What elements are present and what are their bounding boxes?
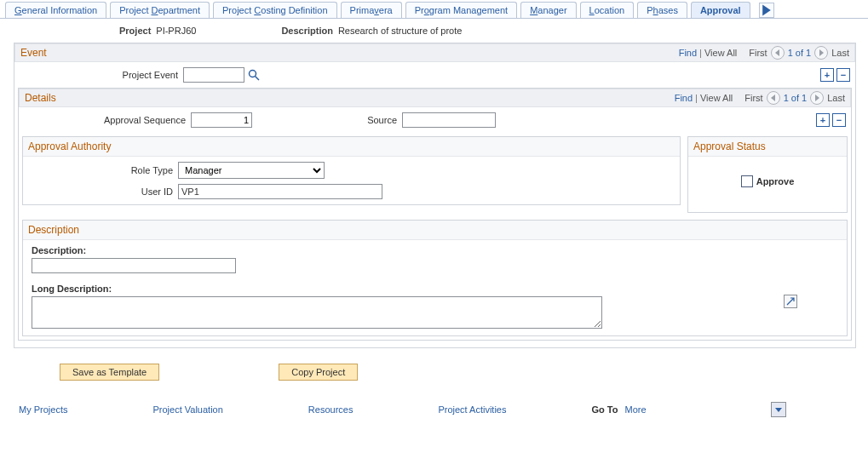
source-input[interactable]: [402, 112, 496, 128]
footer-link-my-projects[interactable]: My Projects: [19, 404, 67, 415]
goto-dropdown-icon[interactable]: [771, 402, 786, 417]
approval-sequence-label: Approval Sequence: [24, 115, 191, 125]
description-box: Description Description: Long Descriptio…: [22, 220, 848, 336]
approve-checkbox[interactable]: [741, 175, 753, 187]
tab-general-information[interactable]: General Information: [5, 2, 106, 18]
goto-value[interactable]: More: [624, 404, 646, 415]
user-id-input: [178, 184, 382, 199]
details-prev-icon[interactable]: [767, 91, 780, 105]
description-value: Research of structure of prote: [338, 26, 463, 36]
tab-project-costing-definition[interactable]: Project Costing Definition: [213, 2, 337, 18]
approve-label: Approve: [756, 176, 795, 186]
details-find-link[interactable]: Find: [675, 93, 693, 103]
footer-links: My Projects Project Valuation Resources …: [0, 389, 868, 430]
event-delete-row-icon[interactable]: −: [836, 68, 850, 82]
source-label: Source: [269, 115, 402, 125]
tab-manager[interactable]: Manager: [520, 2, 576, 18]
tab-approval[interactable]: Approval: [691, 2, 750, 18]
event-panel: Event Find | View All First 1 of 1 Last …: [14, 43, 856, 348]
event-panel-title: Event: [20, 47, 47, 59]
description-label: Description:: [32, 245, 838, 255]
save-as-template-button[interactable]: Save as Template: [60, 364, 159, 381]
tab-primavera[interactable]: Primavera: [341, 2, 402, 18]
details-next-icon[interactable]: [810, 91, 824, 105]
footer-link-resources[interactable]: Resources: [308, 404, 354, 415]
event-pager[interactable]: 1 of 1: [788, 48, 812, 58]
svg-point-0: [250, 71, 256, 77]
details-first[interactable]: First: [744, 93, 762, 103]
user-id-label: User ID: [28, 186, 178, 197]
event-view-all[interactable]: View All: [704, 48, 737, 58]
tab-project-department[interactable]: Project Department: [110, 2, 210, 18]
role-type-select[interactable]: Manager: [178, 162, 325, 179]
event-next-icon[interactable]: [814, 46, 828, 60]
long-description-textarea[interactable]: [32, 296, 602, 329]
approval-sequence-input[interactable]: [191, 112, 252, 128]
tab-location[interactable]: Location: [580, 2, 635, 18]
footer-link-project-valuation[interactable]: Project Valuation: [152, 404, 222, 415]
approval-authority-box: Approval Authority Role Type Manager Use…: [22, 136, 681, 205]
tab-phases[interactable]: Phases: [637, 2, 687, 18]
project-value: PI-PRJ60: [156, 26, 196, 36]
project-event-lookup-icon[interactable]: [248, 69, 260, 81]
event-find-link[interactable]: Find: [679, 48, 697, 58]
event-first[interactable]: First: [749, 48, 767, 58]
approval-status-title: Approval Status: [688, 137, 847, 157]
details-delete-row-icon[interactable]: −: [832, 113, 846, 127]
details-pager[interactable]: 1 of 1: [784, 93, 808, 103]
project-event-input[interactable]: [183, 67, 244, 83]
role-type-label: Role Type: [28, 165, 178, 175]
event-add-row-icon[interactable]: +: [820, 68, 834, 82]
details-last[interactable]: Last: [827, 93, 845, 103]
project-label: Project: [119, 26, 151, 36]
details-panel-title: Details: [25, 92, 56, 104]
description-input[interactable]: [32, 258, 236, 273]
long-description-expand-icon[interactable]: [784, 295, 797, 308]
details-view-all[interactable]: View All: [700, 93, 733, 103]
svg-line-1: [256, 77, 260, 81]
event-prev-icon[interactable]: [771, 46, 785, 60]
header-info: Project PI-PRJ60 Description Research of…: [0, 19, 868, 43]
copy-project-button[interactable]: Copy Project: [279, 364, 358, 381]
footer-link-project-activities[interactable]: Project Activities: [438, 404, 506, 415]
approval-authority-title: Approval Authority: [23, 137, 680, 157]
project-event-label: Project Event: [33, 70, 183, 80]
long-description-label: Long Description:: [32, 284, 838, 294]
tab-scroll-right-icon[interactable]: [759, 3, 774, 18]
details-add-row-icon[interactable]: +: [816, 113, 830, 127]
tab-strip: General Information Project Department P…: [0, 0, 868, 19]
details-panel: Details Find | View All First 1 of 1 Las…: [18, 88, 852, 341]
goto-label: Go To: [592, 404, 618, 415]
approval-status-box: Approval Status Approve: [687, 136, 848, 213]
description-label: Description: [281, 26, 333, 36]
tab-program-management[interactable]: Program Management: [405, 2, 517, 18]
description-box-title: Description: [23, 221, 847, 240]
event-last[interactable]: Last: [831, 48, 849, 58]
